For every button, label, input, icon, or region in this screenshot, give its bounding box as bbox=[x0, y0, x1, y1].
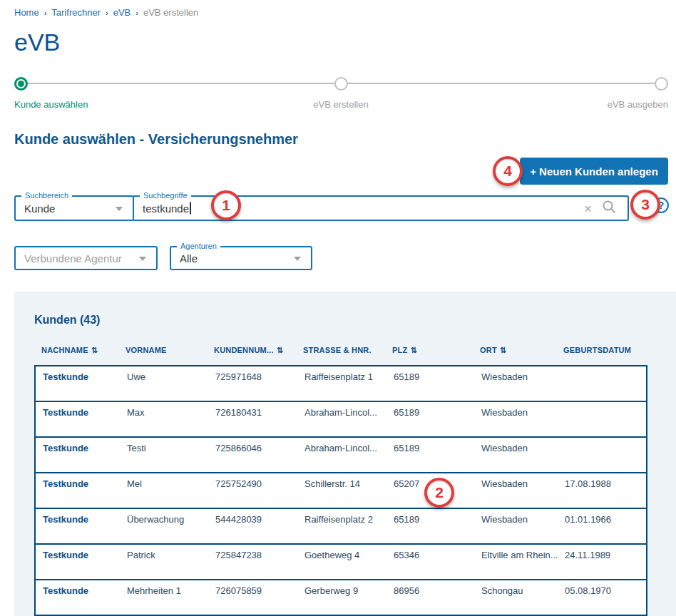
linked-agency-placeholder: Verbundene Agentur bbox=[24, 252, 122, 265]
cell-kundennummer: 726075859 bbox=[208, 580, 297, 615]
sort-icon[interactable]: ⇅ bbox=[500, 346, 506, 354]
breadcrumb-separator-icon: › bbox=[106, 9, 108, 17]
clear-icon[interactable]: × bbox=[584, 202, 592, 215]
cell-ort: Wiesbaden bbox=[474, 438, 558, 472]
cell-geburtsdatum: 05.08.1970 bbox=[558, 580, 649, 615]
cell-plz: 65189 bbox=[386, 438, 474, 472]
agencies-select[interactable]: Agenturen Alle bbox=[170, 246, 312, 270]
cell-vorname: Testi bbox=[120, 438, 208, 472]
search-terms-input[interactable]: Suchbegriffe testkunde × bbox=[133, 195, 629, 221]
step-label-evb-ausgeben: eVB ausgeben bbox=[608, 99, 668, 110]
cell-ort: Eltville am Rhein... bbox=[474, 545, 558, 579]
column-header[interactable]: STRASSE & HNR. bbox=[296, 346, 385, 355]
step-circle-evb-erstellen bbox=[334, 77, 348, 91]
page-title: eVB bbox=[14, 29, 60, 56]
cell-kundennummer: 725866046 bbox=[208, 438, 297, 472]
cell-ort: Wiesbaden bbox=[474, 402, 558, 436]
cell-geburtsdatum bbox=[558, 402, 649, 436]
table-row[interactable]: Testkunde Max 726180431 Abraham-Lincol..… bbox=[34, 401, 647, 438]
cell-kundennummer: 725847238 bbox=[208, 545, 297, 579]
table-row[interactable]: Testkunde Uwe 725971648 Raiffeisenplatz … bbox=[34, 365, 647, 402]
cell-vorname: Patrick bbox=[120, 545, 208, 579]
cell-nachname: Testkunde bbox=[36, 580, 120, 615]
cell-kundennummer: 726180431 bbox=[208, 402, 297, 436]
cell-ort: Wiesbaden bbox=[474, 509, 558, 543]
text-cursor bbox=[190, 202, 191, 215]
cell-plz: 65189 bbox=[386, 366, 474, 401]
cell-geburtsdatum bbox=[558, 438, 649, 472]
section-heading: Kunde auswählen - Versicherungsnehmer bbox=[14, 131, 298, 148]
cell-strasse: Gerberweg 9 bbox=[297, 580, 386, 615]
column-header[interactable]: ORT⇅ bbox=[473, 346, 556, 355]
cell-geburtsdatum: 01.01.1966 bbox=[558, 509, 649, 543]
cell-vorname: Uwe bbox=[120, 366, 208, 401]
annotation-circle-1: 1 bbox=[211, 190, 241, 220]
search-scope-label: Suchbereich bbox=[21, 191, 72, 200]
sort-icon[interactable]: ⇅ bbox=[410, 346, 416, 354]
agencies-label: Agenturen bbox=[177, 242, 220, 250]
breadcrumb: Home›Tarifrechner›eVB›eVB erstellen bbox=[14, 7, 198, 18]
breadcrumb-link[interactable]: Tarifrechner bbox=[51, 7, 101, 18]
breadcrumb-link[interactable]: Home bbox=[14, 7, 39, 18]
table-body: Testkunde Uwe 725971648 Raiffeisenplatz … bbox=[34, 365, 647, 616]
table-row[interactable]: Testkunde Überwachung 544428039 Raiffeis… bbox=[34, 508, 647, 545]
cell-geburtsdatum: 17.08.1988 bbox=[558, 473, 649, 508]
cell-ort: Wiesbaden bbox=[474, 473, 558, 508]
linked-agency-select[interactable]: Verbundene Agentur bbox=[14, 246, 158, 270]
column-header[interactable]: PLZ⇅ bbox=[385, 346, 473, 355]
cell-plz: 65189 bbox=[386, 509, 474, 543]
cell-vorname: Mehrheiten 1 bbox=[120, 580, 208, 615]
cell-strasse: Abraham-Lincol... bbox=[297, 438, 386, 472]
chevron-down-icon bbox=[116, 207, 123, 211]
cell-strasse: Abraham-Lincol... bbox=[297, 402, 386, 436]
cell-plz: 65346 bbox=[386, 545, 474, 579]
step-circle-evb-ausgeben bbox=[655, 77, 668, 91]
cell-geburtsdatum bbox=[558, 366, 649, 401]
cell-nachname: Testkunde bbox=[36, 473, 120, 508]
cell-kundennummer: 725752490 bbox=[208, 473, 297, 508]
column-header[interactable]: KUNDENNUM...⇅ bbox=[207, 346, 296, 355]
table-row[interactable]: Testkunde Mel 725752490 Schillerstr. 14 … bbox=[34, 472, 647, 509]
cell-nachname: Testkunde bbox=[36, 509, 120, 543]
breadcrumb-separator-icon: › bbox=[44, 9, 47, 17]
search-scope-select[interactable]: Suchbereich Kunde bbox=[14, 195, 134, 221]
cell-nachname: Testkunde bbox=[36, 545, 120, 579]
cell-plz: 65189 bbox=[386, 402, 474, 436]
cell-strasse: Goetheweg 4 bbox=[297, 545, 386, 579]
cell-vorname: Max bbox=[120, 402, 208, 436]
step-circle-kunde-auswaehlen bbox=[14, 77, 28, 91]
stepper: Kunde auswählen eVB erstellen eVB ausgeb… bbox=[14, 77, 668, 111]
cell-geburtsdatum: 24.11.1989 bbox=[558, 545, 649, 579]
cell-kundennummer: 544428039 bbox=[208, 509, 297, 543]
breadcrumb-separator-icon: › bbox=[135, 9, 138, 17]
table-row[interactable]: Testkunde Testi 725866046 Abraham-Lincol… bbox=[34, 436, 647, 473]
cell-strasse: Raiffeisenplatz 2 bbox=[297, 509, 386, 543]
new-customer-button[interactable]: + Neuen Kunden anlegen bbox=[520, 158, 668, 185]
annotation-circle-2: 2 bbox=[424, 478, 454, 508]
cell-kundennummer: 725971648 bbox=[208, 366, 297, 401]
agencies-value: Alle bbox=[180, 252, 198, 265]
column-header[interactable]: GEBURTSDATUM bbox=[556, 346, 647, 355]
search-terms-value: testkunde bbox=[143, 202, 191, 215]
cell-vorname: Mel bbox=[120, 473, 208, 508]
search-icon[interactable] bbox=[602, 200, 616, 217]
chevron-down-icon bbox=[139, 257, 146, 261]
annotation-circle-4: 4 bbox=[493, 156, 523, 186]
search-terms-label: Suchbegriffe bbox=[140, 191, 191, 200]
chevron-down-icon bbox=[294, 257, 301, 261]
table-row[interactable]: Testkunde Patrick 725847238 Goetheweg 4 … bbox=[34, 543, 647, 580]
column-header[interactable]: VORNAME bbox=[118, 346, 207, 355]
sort-icon[interactable]: ⇅ bbox=[91, 346, 98, 354]
sort-icon[interactable]: ⇅ bbox=[277, 346, 283, 354]
cell-strasse: Schillerstr. 14 bbox=[297, 473, 386, 508]
cell-ort: Schongau bbox=[474, 580, 558, 615]
table-row[interactable]: Testkunde Mehrheiten 1 726075859 Gerberw… bbox=[34, 579, 647, 616]
step-label-evb-erstellen: eVB erstellen bbox=[313, 99, 368, 110]
breadcrumb-link[interactable]: eVB bbox=[113, 7, 131, 18]
table-header-row: NACHNAME⇅VORNAMEKUNDENNUM...⇅STRASSE & H… bbox=[34, 346, 647, 355]
results-heading: Kunden (43) bbox=[34, 314, 100, 327]
column-header[interactable]: NACHNAME⇅ bbox=[34, 346, 118, 355]
cell-vorname: Überwachung bbox=[120, 509, 208, 543]
cell-plz: 86956 bbox=[386, 580, 474, 615]
breadcrumb-current: eVB erstellen bbox=[143, 7, 198, 18]
